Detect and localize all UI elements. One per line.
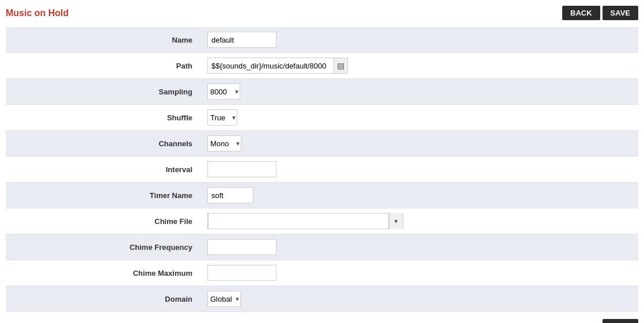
label-shuffle-select: Shuffle [6,105,202,131]
chime-maximum-field[interactable] [207,265,276,281]
label-domain-select: Domain [6,286,202,312]
name-field[interactable] [207,32,276,48]
select-wrapper-domain-select: GlobalLocal▼ [207,291,241,307]
form-table: NamePath▤Sampling80001600032000▼ShuffleT… [6,27,638,312]
page-container: Music on Hold BACK SAVE NamePath▤Samplin… [0,0,644,323]
value-cell-name-field [202,27,638,53]
channels-select[interactable]: MonoStereo [208,136,244,151]
back-button[interactable]: BACK [562,6,600,20]
label-timer-name-field: Timer Name [6,183,202,208]
value-cell-channels-select: MonoStereo▼ [202,131,638,157]
page-title: Music on Hold [6,8,69,18]
value-cell-interval-field [202,157,638,183]
value-cell-chime-frequency-field [202,234,638,260]
page-header: Music on Hold BACK SAVE [6,6,638,20]
save-button-top[interactable]: SAVE [603,6,638,20]
label-sampling-select: Sampling [6,79,202,105]
label-chime-maximum-field: Chime Maximum [6,260,202,286]
value-cell-chime-file-field: ▼ [202,208,638,234]
label-name-field: Name [6,27,202,53]
value-cell-timer-name-field [202,183,638,208]
value-cell-chime-maximum-field [202,260,638,286]
select-wrapper-shuffle-select: TrueFalse▼ [207,109,237,126]
value-cell-path-field: ▤ [202,53,638,79]
select-wrapper-sampling-select: 80001600032000▼ [207,83,240,100]
label-chime-frequency-field: Chime Frequency [6,234,202,260]
chime-file-dropdown-button[interactable]: ▼ [389,213,403,229]
label-path-field: Path [6,53,202,79]
footer-bar: SAVE [6,314,638,323]
path-wrapper: ▤ [207,58,632,74]
save-button-bottom[interactable]: SAVE [603,319,638,323]
shuffle-select[interactable]: TrueFalse [208,110,240,125]
select-wrapper-channels-select: MonoStereo▼ [207,135,241,151]
path-browse-button[interactable]: ▤ [334,58,348,74]
label-chime-file-field: Chime File [6,208,202,234]
label-interval-field: Interval [6,157,202,183]
header-buttons: BACK SAVE [562,6,638,20]
path-field[interactable] [207,58,334,74]
chime-file-wrapper: ▼ [207,213,403,229]
label-channels-select: Channels [6,131,202,157]
sampling-select[interactable]: 80001600032000 [208,84,243,99]
interval-field[interactable] [207,161,276,177]
value-cell-domain-select: GlobalLocal▼ [202,286,638,312]
timer-name-field[interactable] [207,187,253,203]
value-cell-sampling-select: 80001600032000▼ [202,79,638,105]
chime-file-field[interactable] [208,213,389,229]
chime-frequency-field[interactable] [207,239,276,255]
domain-select[interactable]: GlobalLocal [208,291,244,306]
value-cell-shuffle-select: TrueFalse▼ [202,105,638,131]
